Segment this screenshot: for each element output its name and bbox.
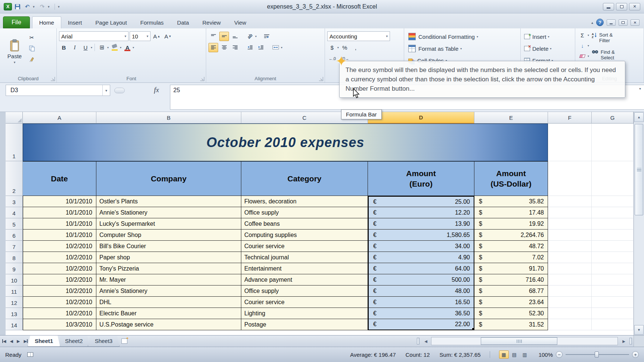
header-cell-category[interactable]: Category — [241, 161, 368, 196]
sheet-tab-sheet3[interactable]: Sheet3 — [88, 336, 120, 347]
tab-insert[interactable]: Insert — [61, 16, 89, 28]
horizontal-scrollbar[interactable] — [431, 337, 618, 345]
cell-amount-euro[interactable]: € 25.00 — [368, 196, 474, 207]
first-sheet-button[interactable]: ◀ — [2, 339, 6, 344]
align-bottom-button[interactable] — [230, 32, 240, 41]
cell-category[interactable]: Office supply — [241, 207, 368, 218]
normal-view-button[interactable]: ▦ — [499, 350, 509, 359]
cell-company[interactable]: U.S.Postage service — [96, 319, 241, 330]
cell-amount-euro[interactable]: € 36.50 — [368, 308, 474, 319]
orientation-button[interactable]: ab — [245, 32, 255, 41]
borders-dropdown-icon[interactable]: ▾ — [107, 46, 109, 49]
column-header-d[interactable]: D — [368, 112, 474, 124]
zoom-slider-thumb[interactable] — [595, 352, 599, 358]
clear-dropdown-icon[interactable]: ▾ — [588, 54, 589, 58]
empty-cell[interactable] — [548, 308, 592, 319]
format-as-table-button[interactable]: Format as Table ▾ — [406, 43, 518, 54]
cell-date[interactable]: 10/2/2010 — [23, 297, 96, 308]
cell-amount-usd[interactable]: $ 716.40 — [474, 274, 548, 285]
wrap-text-button[interactable] — [262, 32, 272, 41]
cut-button[interactable]: ✂ — [27, 33, 37, 42]
underline-button[interactable]: U — [81, 43, 90, 52]
empty-cell[interactable] — [592, 319, 634, 330]
row-header-2[interactable]: 2 — [6, 161, 23, 196]
cell-amount-euro[interactable]: € 500.00 — [368, 274, 474, 285]
help-button[interactable]: ? — [596, 19, 604, 26]
cell-company[interactable]: Electric Bauer — [96, 308, 241, 319]
tab-formulas[interactable]: Formulas — [134, 16, 171, 28]
cell-amount-usd[interactable]: $ 2,264.76 — [474, 230, 548, 241]
page-break-view-button[interactable]: ▥ — [520, 350, 530, 359]
cell-category[interactable]: Office supply — [241, 285, 368, 297]
row-header[interactable]: 4 — [6, 207, 23, 218]
clipboard-dialog-launcher[interactable] — [51, 77, 55, 81]
cell-amount-euro[interactable]: € 16.50 — [368, 297, 474, 308]
row-header[interactable]: 11 — [6, 285, 23, 297]
row-header[interactable]: 9 — [6, 263, 23, 274]
font-dialog-launcher[interactable] — [200, 77, 204, 81]
vertical-scroll-thumb[interactable] — [635, 124, 643, 215]
merge-center-dropdown-icon[interactable]: ▾ — [281, 46, 282, 49]
column-header-b[interactable]: B — [96, 112, 241, 124]
empty-cell[interactable] — [592, 241, 634, 252]
tab-home[interactable]: Home — [32, 16, 61, 28]
cell-category[interactable]: Courier service — [241, 297, 368, 308]
scroll-right-icon[interactable]: ▶ — [620, 337, 628, 345]
header-cell-amount-usd[interactable]: Amount (US-Dollar) — [474, 161, 548, 196]
conditional-formatting-button[interactable]: Conditional Formatting ▾ — [406, 31, 518, 43]
ribbon-collapse-icon[interactable]: ▴ — [591, 21, 593, 25]
cell-amount-euro[interactable]: € 4.90 — [368, 252, 474, 263]
sort-filter-button[interactable]: AZ Sort & Filter — [591, 31, 616, 47]
tab-view[interactable]: View — [227, 16, 253, 28]
fill-dropdown-icon[interactable]: ▾ — [588, 44, 589, 47]
row-header[interactable]: 8 — [6, 252, 23, 263]
row-header[interactable]: 13 — [6, 308, 23, 319]
align-left-button[interactable] — [208, 43, 218, 52]
empty-cell[interactable] — [592, 161, 634, 196]
cell-amount-usd[interactable]: $ 35.82 — [474, 196, 548, 207]
cell-date[interactable]: 10/2/2010 — [23, 263, 96, 274]
autosum-dropdown-icon[interactable]: ▾ — [588, 34, 589, 37]
fill-color-dropdown-icon[interactable]: ▾ — [120, 46, 121, 49]
cell-company[interactable]: Tony's Pizzeria — [96, 263, 241, 274]
merge-center-button[interactable] — [271, 43, 281, 52]
row-header[interactable]: 14 — [6, 319, 23, 330]
cell-category[interactable]: Postage — [241, 319, 368, 330]
zoom-out-button[interactable]: − — [556, 351, 563, 358]
empty-cell[interactable] — [548, 230, 592, 241]
cell-date[interactable]: 10/2/2010 — [23, 308, 96, 319]
insert-cells-button[interactable]: Insert ▾ — [523, 31, 573, 43]
empty-cell[interactable] — [592, 274, 634, 285]
tab-split-handle[interactable] — [417, 338, 419, 344]
formula-bar-expand-icon[interactable]: ▾ — [639, 87, 641, 91]
row-header[interactable]: 6 — [6, 230, 23, 241]
empty-cell[interactable] — [592, 263, 634, 274]
cell-amount-usd[interactable]: $ 23.64 — [474, 297, 548, 308]
zoom-in-button[interactable]: + — [632, 351, 639, 358]
chevron-down-icon[interactable]: ▾ — [550, 47, 551, 50]
row-header[interactable]: 5 — [6, 218, 23, 230]
font-size-select[interactable]: 10 ▾ — [130, 31, 151, 41]
scroll-left-icon[interactable]: ◀ — [422, 337, 430, 345]
empty-cell[interactable] — [592, 218, 634, 230]
last-sheet-button[interactable]: ▶ — [24, 339, 27, 344]
chevron-down-icon[interactable]: ▾ — [146, 34, 148, 38]
zoom-level[interactable]: 100% — [539, 352, 553, 358]
font-color-dropdown-icon[interactable]: ▾ — [133, 46, 134, 49]
scroll-down-icon[interactable]: ▼ — [634, 325, 644, 335]
grow-font-button[interactable]: A▲ — [152, 32, 162, 41]
column-header-e[interactable]: E — [474, 112, 548, 124]
workbook-restore-button[interactable] — [619, 19, 628, 26]
cell-date[interactable]: 10/1/2010 — [23, 218, 96, 230]
empty-cell[interactable] — [548, 285, 592, 297]
cell-company[interactable]: Lucky's Supermarket — [96, 218, 241, 230]
cell-company[interactable]: Annie's Stationery — [96, 285, 241, 297]
bold-button[interactable]: B — [59, 43, 69, 52]
fill-button[interactable]: ↓ — [578, 41, 587, 50]
chevron-down-icon[interactable]: ▾ — [477, 35, 478, 38]
qat-customize-button[interactable]: ▾ — [58, 5, 62, 9]
workbook-close-button[interactable]: ✕ — [631, 19, 640, 26]
row-header[interactable]: 3 — [6, 196, 23, 207]
previous-sheet-button[interactable]: ◀ — [10, 339, 13, 344]
column-header-a[interactable]: A — [23, 112, 96, 124]
